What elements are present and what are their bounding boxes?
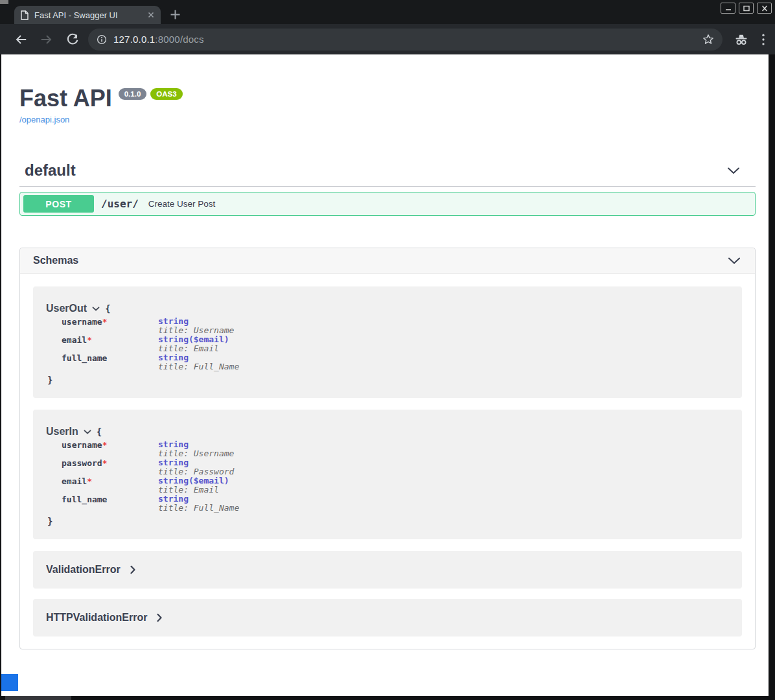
open-brace: {: [105, 303, 110, 314]
reload-button[interactable]: [65, 32, 80, 47]
property-type: string($email): [158, 476, 229, 485]
model-properties: username* string title: Username email* …: [62, 317, 729, 371]
browser-toolbar: 127.0.0.1:8000/docs: [0, 24, 775, 54]
open-brace: {: [97, 426, 102, 437]
openapi-spec-link[interactable]: /openapi.json: [19, 115, 69, 124]
schemas-section-header[interactable]: Schemas: [20, 248, 755, 274]
chevron-down-icon[interactable]: [727, 167, 740, 174]
url-path: :8000/docs: [155, 34, 203, 45]
schema-property-row: full_name string title: Full_Name: [62, 353, 729, 371]
maximize-button[interactable]: [739, 3, 754, 14]
back-arrow-icon: [14, 32, 28, 47]
model-userout: UserOut { username* string ti: [33, 286, 742, 398]
schemas-section: Schemas UserOut {: [19, 248, 756, 649]
property-name: email: [62, 335, 87, 345]
default-section: default POST /user/ Create User Post: [19, 161, 756, 216]
property-type: string: [158, 353, 239, 362]
badges: 0.1.0 OAS3: [119, 88, 183, 100]
default-section-header[interactable]: default: [19, 161, 756, 187]
property-title: title: Full_Name: [158, 362, 239, 371]
property-title: title: Username: [158, 449, 234, 458]
url-text: 127.0.0.1:8000/docs: [113, 34, 204, 45]
minimize-button[interactable]: [721, 3, 735, 14]
back-button[interactable]: [14, 32, 28, 47]
url-host: 127.0.0.1: [113, 34, 155, 45]
property-name: email: [62, 476, 87, 486]
incognito-indicator[interactable]: [734, 32, 749, 47]
property-type: string: [158, 440, 234, 449]
schemas-title: Schemas: [33, 255, 78, 266]
property-title: title: Password: [158, 467, 234, 476]
oas3-badge: OAS3: [150, 88, 182, 100]
property-title: title: Full_Name: [158, 504, 239, 513]
property-name: full_name: [62, 353, 107, 363]
model-validationerror[interactable]: ValidationError: [33, 551, 742, 589]
maximize-icon: [743, 5, 750, 12]
browser-menu-button[interactable]: [761, 32, 766, 47]
property-name: password: [62, 458, 102, 468]
model-userin: UserIn { username* string tit: [33, 410, 742, 539]
window-controls: [721, 3, 772, 14]
bookmark-star-button[interactable]: [702, 33, 715, 46]
schema-property-row: password* string title: Password: [62, 458, 729, 476]
model-userout-toggle[interactable]: UserOut {: [46, 303, 729, 314]
schema-property-row: username* string title: Username: [62, 317, 729, 335]
default-section-title: default: [25, 161, 76, 180]
chevron-down-icon: [92, 307, 100, 311]
chevron-right-icon: [157, 613, 162, 622]
close-brace: }: [47, 375, 729, 385]
property-name: full_name: [62, 495, 107, 504]
property-type: string: [158, 317, 234, 326]
property-title: title: Username: [158, 326, 234, 335]
reload-icon: [65, 32, 80, 47]
required-mark: *: [87, 476, 92, 486]
three-dot-menu-icon: [761, 32, 766, 47]
property-type: string($email): [158, 335, 229, 344]
model-title: UserOut: [46, 303, 87, 314]
page-favicon-icon: [21, 10, 29, 20]
close-icon: [761, 5, 769, 12]
new-tab-button[interactable]: [170, 9, 181, 20]
schema-property-row: full_name string title: Full_Name: [62, 495, 729, 513]
post-method-badge: POST: [23, 195, 94, 213]
forward-arrow-icon: [40, 32, 54, 47]
window-corner-notch: [0, 0, 8, 4]
schema-property-row: username* string title: Username: [62, 440, 729, 458]
minimize-icon: [724, 5, 732, 12]
bottom-bar-segment: [5, 696, 71, 700]
star-icon: [702, 33, 715, 46]
model-httpvalidationerror[interactable]: HTTPValidationError: [33, 599, 742, 636]
property-type: string: [158, 495, 239, 504]
property-type: string: [158, 458, 234, 467]
tab-close-icon: [148, 12, 154, 18]
schema-property-row: email* string($email) title: Email: [62, 335, 729, 353]
window-content: Fast API 0.1.0 OAS3 /openapi.json defaul…: [0, 54, 775, 700]
chevron-down-icon[interactable]: [728, 257, 741, 264]
model-userin-toggle[interactable]: UserIn {: [46, 426, 729, 438]
tab-close-button[interactable]: [148, 12, 154, 18]
tab-title: Fast API - Swagger UI: [34, 10, 118, 20]
property-name: username: [62, 317, 102, 327]
browser-tab[interactable]: Fast API - Swagger UI: [14, 6, 161, 24]
model-title: HTTPValidationError: [46, 612, 147, 624]
url-bar[interactable]: 127.0.0.1:8000/docs: [88, 29, 723, 51]
endpoint-path: /user/: [101, 198, 139, 210]
required-mark: *: [87, 335, 92, 345]
browser-chrome: Fast API - Swagger UI: [0, 0, 775, 54]
api-info: Fast API 0.1.0 OAS3 /openapi.json: [19, 54, 756, 125]
close-brace: }: [47, 516, 729, 526]
close-window-button[interactable]: [757, 3, 772, 14]
swagger-page: Fast API 0.1.0 OAS3 /openapi.json defaul…: [1, 54, 769, 696]
post-user-endpoint-row[interactable]: POST /user/ Create User Post: [19, 192, 756, 216]
version-badge: 0.1.0: [119, 88, 147, 100]
model-title: UserIn: [46, 426, 78, 438]
schema-property-row: email* string($email) title: Email: [62, 476, 729, 495]
status-bubble-artifact: [1, 674, 18, 691]
required-mark: *: [102, 317, 108, 327]
site-info-icon: [96, 34, 108, 45]
forward-button[interactable]: [40, 32, 54, 47]
schemas-body: UserOut { username* string ti: [20, 274, 755, 649]
property-name: username: [62, 440, 102, 450]
endpoint-summary: Create User Post: [148, 199, 216, 209]
incognito-icon: [734, 32, 749, 47]
